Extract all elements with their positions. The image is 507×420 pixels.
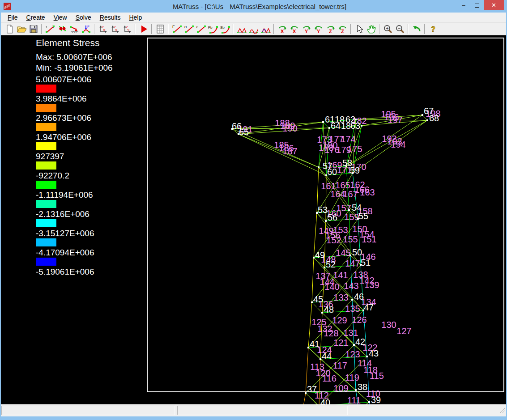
- rotate-z-cw-button[interactable]: Z: [324, 24, 337, 34]
- view-zy-icon: ZY: [122, 24, 132, 34]
- rotate-y-cw-button[interactable]: Y: [300, 24, 312, 34]
- undo-button[interactable]: [410, 24, 422, 34]
- window-frame-left: [0, 0, 1, 420]
- menu-file[interactable]: File: [4, 13, 21, 22]
- app-logo-icon: [4, 3, 11, 10]
- result-force-button[interactable]: F: [170, 24, 183, 34]
- rotate-y-ccw-button[interactable]: Y: [312, 24, 324, 34]
- toolbar-separator: [379, 24, 380, 34]
- view-zy-button[interactable]: ZY: [121, 24, 133, 34]
- legend-min: Min: -5.19061E+006: [36, 63, 148, 73]
- element-label: 111: [347, 395, 361, 405]
- help-icon: ?: [428, 24, 438, 34]
- solve-button[interactable]: [137, 24, 149, 34]
- legend-value: 3.9864E+006: [36, 94, 148, 103]
- svg-text:1: 1: [46, 25, 47, 29]
- menu-solve[interactable]: Solve: [72, 13, 94, 22]
- new-file-button[interactable]: [3, 24, 15, 34]
- rotate-z-ccw-icon: Z: [337, 24, 348, 34]
- rotate-x-ccw-icon: X: [289, 24, 300, 34]
- toolbar-separator: [350, 24, 351, 34]
- select-icon: [355, 24, 364, 34]
- rotate-z-ccw-button[interactable]: Z: [337, 24, 349, 34]
- window-title: MATruss - [C:\Us MATruss\Examples\electr…: [134, 0, 385, 13]
- legend-color-swatch: [36, 161, 56, 170]
- svg-text:F: F: [87, 25, 89, 29]
- svg-text:Z: Z: [341, 29, 344, 34]
- undo-icon: [412, 24, 422, 34]
- toolbar: 12FYXZXZYFσεFbSbXXYYZZ+−?: [1, 23, 506, 35]
- legend-title: Element Stress: [36, 38, 148, 48]
- drawing-viewport[interactable]: [147, 38, 504, 392]
- svg-text:Y: Y: [127, 28, 130, 32]
- open-file-icon: [16, 24, 27, 34]
- create-element-button[interactable]: 12: [44, 24, 56, 34]
- save-file-button[interactable]: [27, 24, 39, 34]
- zoom-in-button[interactable]: +: [382, 24, 394, 34]
- window-title-left: MATruss - [C:\Us: [173, 3, 223, 10]
- zoom-out-icon: −: [395, 24, 405, 34]
- menu-view[interactable]: View: [51, 13, 70, 22]
- legend-color-swatch: [36, 200, 56, 208]
- result-strain-icon: ε: [196, 24, 206, 34]
- show-undeformed-button[interactable]: [235, 24, 247, 34]
- result-buckling-f-button[interactable]: Fb: [207, 24, 219, 34]
- title-bar: MATruss - [C:\Us MATruss\Examples\electr…: [0, 0, 507, 13]
- svg-text:Z: Z: [329, 29, 332, 34]
- status-pane-2: [177, 406, 348, 415]
- rotate-z-cw-icon: Z: [325, 24, 336, 34]
- rotate-y-cw-icon: Y: [301, 24, 312, 34]
- result-stress-button[interactable]: σ: [183, 24, 195, 34]
- rotate-x-cw-button[interactable]: X: [276, 24, 288, 34]
- legend-color-swatch: [36, 238, 56, 246]
- svg-text:X: X: [103, 28, 106, 32]
- legend-value: -1.11194E+006: [36, 191, 148, 199]
- open-file-button[interactable]: [15, 24, 27, 34]
- toolbar-separator: [135, 24, 136, 34]
- legend-value: -2.1316E+006: [36, 210, 148, 219]
- select-button[interactable]: [353, 24, 365, 34]
- app-window: MATruss - [C:\Us MATruss\Examples\electr…: [0, 0, 507, 420]
- toolbar-separator: [233, 24, 234, 34]
- legend-value: -92270.2: [36, 171, 148, 180]
- show-deformed-icon: [248, 24, 259, 34]
- legend-color-swatch: [36, 85, 56, 93]
- menu-results[interactable]: Results: [97, 13, 124, 22]
- legend-value: 2.96673E+006: [36, 114, 148, 123]
- menu-help[interactable]: Help: [126, 13, 145, 22]
- legend-color-swatch: [36, 104, 56, 112]
- close-button[interactable]: ✕: [484, 0, 504, 10]
- maximize-button[interactable]: [470, 0, 484, 10]
- create-load-button[interactable]: F: [80, 24, 92, 34]
- create-node-icon: [57, 24, 68, 34]
- window-title-right: MATruss\Examples\electrical_tower.trs]: [230, 3, 346, 10]
- solve-icon: [139, 24, 149, 34]
- minimize-button[interactable]: –: [457, 0, 470, 10]
- show-both-button[interactable]: [260, 24, 272, 34]
- create-element-icon: 12: [45, 24, 55, 34]
- legend-value: -4.17094E+006: [36, 248, 148, 257]
- help-button[interactable]: ?: [427, 24, 439, 34]
- result-buckling-s-button[interactable]: Sb: [219, 24, 231, 34]
- resize-grip[interactable]: [499, 407, 506, 416]
- create-node-button[interactable]: [56, 24, 68, 34]
- pan-button[interactable]: [365, 24, 377, 34]
- node-dot: [305, 392, 307, 394]
- zoom-out-button[interactable]: −: [394, 24, 406, 34]
- legend-entries: 5.00607E+0063.9864E+0062.96673E+0061.947…: [36, 75, 148, 276]
- result-strain-button[interactable]: ε: [195, 24, 207, 34]
- toolbar-separator: [41, 24, 42, 34]
- legend-color-swatch: [36, 219, 56, 227]
- svg-text:−: −: [398, 25, 400, 30]
- legend-value: 5.00607E+006: [36, 75, 148, 84]
- show-deformed-button[interactable]: [247, 24, 260, 34]
- result-force-icon: F: [171, 24, 182, 34]
- rotate-x-ccw-button[interactable]: X: [288, 24, 300, 34]
- node-dot: [368, 401, 370, 403]
- create-support-button[interactable]: [68, 24, 80, 34]
- view-zx-button[interactable]: ZX: [109, 24, 121, 34]
- menu-create[interactable]: Create: [23, 13, 48, 22]
- view-yx-button[interactable]: YX: [97, 24, 109, 34]
- create-support-icon: [69, 24, 80, 34]
- data-table-button[interactable]: [154, 24, 166, 34]
